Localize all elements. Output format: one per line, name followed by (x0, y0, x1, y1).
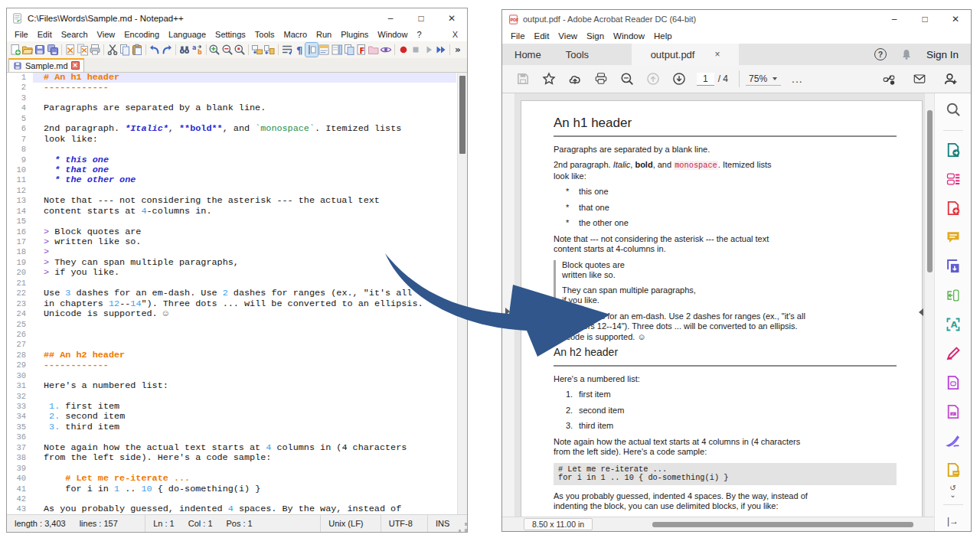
combine-files-icon[interactable] (945, 258, 962, 275)
scan-ocr-icon[interactable]: A (945, 316, 962, 333)
preview-icon[interactable] (380, 43, 392, 57)
acrobat-close-button[interactable]: ✕ (940, 10, 971, 28)
page-number-input[interactable]: 1 (697, 73, 714, 86)
npp-menubar-close-icon[interactable]: X (452, 30, 464, 39)
play-macro-icon[interactable] (422, 43, 434, 57)
open-file-icon[interactable] (21, 43, 34, 57)
save-all-icon[interactable] (46, 43, 58, 57)
print-icon[interactable] (588, 69, 614, 89)
paste-icon[interactable] (131, 43, 143, 57)
record-macro-icon[interactable] (397, 43, 410, 57)
npp-menu-file[interactable]: File (10, 29, 33, 40)
status-insert-mode[interactable]: INS (428, 515, 457, 532)
npp-menu-edit[interactable]: Edit (33, 29, 57, 40)
more-tools-button[interactable]: ... (792, 73, 803, 85)
npp-titlebar[interactable]: C:\Files\Words\Sample.md - Notepad++ – □… (7, 8, 467, 28)
acrobat-menu-view[interactable]: View (554, 31, 582, 41)
npp-resize-grip[interactable] (459, 523, 467, 532)
expand-rail-icon[interactable]: |→ (947, 516, 959, 527)
npp-menu-view[interactable]: View (93, 29, 120, 40)
npp-menu-encoding[interactable]: Encoding (119, 29, 164, 40)
close-all-icon[interactable] (77, 43, 89, 57)
npp-minimize-button[interactable]: – (375, 8, 406, 28)
indent-guide-icon[interactable] (305, 43, 318, 57)
npp-menu-plugins[interactable]: Plugins (336, 29, 373, 40)
npp-tab-sample-md[interactable]: Sample.md ✕ (8, 58, 84, 72)
word-wrap-icon[interactable] (281, 43, 293, 57)
sync-vertical-icon[interactable] (251, 43, 263, 57)
edit-pdf-icon[interactable] (945, 374, 962, 391)
more-tools-collapsed-icon[interactable]: ↺⌄ (949, 484, 956, 498)
pdf-scrollbar-thumb[interactable] (927, 110, 933, 272)
acrobat-menu-sign[interactable]: Sign (582, 31, 609, 41)
fill-sign-icon[interactable] (945, 345, 962, 362)
acrobat-menu-help[interactable]: Help (649, 31, 677, 41)
zoom-in-icon[interactable] (208, 43, 220, 57)
stamp-icon[interactable]: ✓ (945, 403, 962, 420)
npp-scrollbar-thumb[interactable] (459, 76, 466, 154)
redo-icon[interactable] (161, 43, 173, 57)
page-down-icon[interactable] (666, 69, 692, 89)
overflow-chevron-icon[interactable]: » (452, 43, 465, 57)
copy-icon[interactable] (119, 43, 131, 57)
npp-menu-macro[interactable]: Macro (279, 29, 312, 40)
create-pdf-icon[interactable] (945, 200, 962, 217)
acrobat-maximize-button[interactable]: □ (910, 10, 940, 28)
acrobat-menu-file[interactable]: File (506, 31, 530, 41)
email-icon[interactable] (906, 69, 933, 89)
npp-close-button[interactable]: ✕ (436, 8, 467, 28)
doc-switcher-icon[interactable] (343, 43, 355, 57)
compress-pdf-icon[interactable] (945, 287, 962, 304)
document-tab-close-icon[interactable]: × (714, 49, 720, 60)
npp-menu-run[interactable]: Run (312, 29, 336, 40)
pdf-canvas[interactable]: An h1 headerParagraphs are separated by … (515, 93, 934, 517)
pdf-vertical-scrollbar[interactable] (924, 93, 934, 517)
expand-nav-pane-icon[interactable] (505, 308, 510, 315)
collapse-tools-pane-icon[interactable] (919, 308, 923, 316)
npp-menu-tools[interactable]: Tools (250, 29, 279, 40)
folder-workspace-icon[interactable] (368, 43, 380, 57)
undo-icon[interactable] (149, 43, 161, 57)
show-symbols-icon[interactable]: ¶ (293, 43, 305, 57)
close-file-icon[interactable] (64, 43, 76, 57)
save-icon[interactable] (510, 69, 536, 89)
certificates-icon[interactable] (945, 432, 962, 449)
search-icon[interactable] (614, 69, 640, 89)
zoom-out-icon[interactable] (221, 43, 234, 57)
acrobat-titlebar[interactable]: PDF output.pdf - Adobe Acrobat Reader DC… (502, 10, 971, 28)
npp-menu-settings[interactable]: Settings (211, 29, 250, 40)
notifications-bell-icon[interactable] (900, 48, 913, 60)
sign-in-button[interactable]: Sign In (926, 49, 959, 60)
stop-macro-icon[interactable] (410, 43, 422, 57)
npp-maximize-button[interactable]: □ (406, 8, 436, 28)
share-cloud-icon[interactable] (562, 69, 588, 89)
npp-vertical-scrollbar[interactable] (457, 73, 467, 514)
cut-icon[interactable] (106, 43, 119, 57)
share-link-icon[interactable] (876, 69, 902, 89)
npp-tab-close-icon[interactable]: ✕ (71, 61, 80, 70)
search-icon[interactable] (945, 101, 962, 118)
npp-menu-search[interactable]: Search (57, 29, 93, 40)
npp-menu-language[interactable]: Language (164, 29, 211, 40)
tab-home[interactable]: Home (502, 44, 554, 65)
sync-horizontal-icon[interactable] (263, 43, 276, 57)
help-icon[interactable]: ? (874, 48, 887, 60)
npp-menu-help[interactable]: ? (412, 29, 426, 40)
tab-document-output-pdf[interactable]: output.pdf × (632, 44, 739, 65)
navigation-pane-strip[interactable] (502, 93, 515, 517)
status-eol-format[interactable]: Unix (LF) (321, 515, 381, 532)
pdf-horizontal-scrollbar[interactable] (600, 521, 926, 528)
find-icon[interactable] (178, 43, 191, 57)
acrobat-menu-window[interactable]: Window (609, 31, 649, 41)
pdf-hscrollbar-thumb[interactable] (652, 522, 913, 527)
comment-icon[interactable] (945, 229, 962, 246)
tab-tools[interactable]: Tools (554, 44, 601, 65)
run-macro-multi-icon[interactable] (435, 43, 447, 57)
acrobat-minimize-button[interactable]: – (879, 10, 910, 28)
replace-icon[interactable]: ab (191, 43, 203, 57)
status-encoding[interactable]: UTF-8 (381, 515, 428, 532)
function-list-icon[interactable] (318, 43, 330, 57)
send-comments-icon[interactable] (945, 461, 962, 478)
zoom-restore-icon[interactable] (234, 43, 246, 57)
print-icon[interactable] (89, 43, 101, 57)
